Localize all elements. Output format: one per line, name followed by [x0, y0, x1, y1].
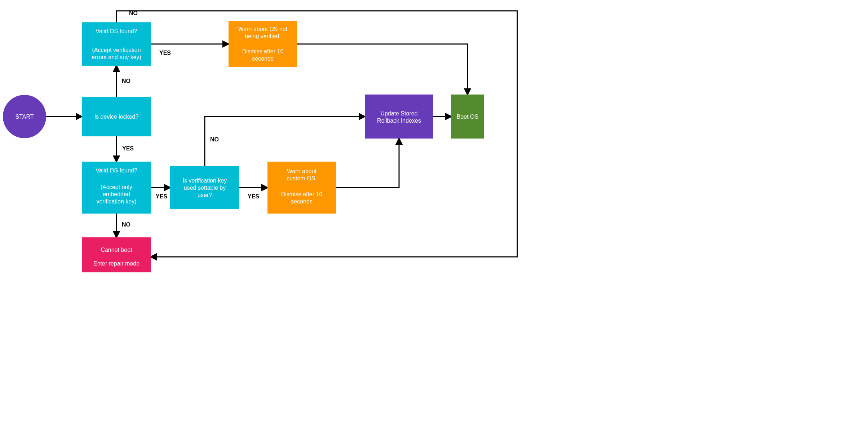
svg-text:Valid OS found?: Valid OS found? [96, 28, 137, 34]
svg-text:seconds: seconds [291, 198, 313, 205]
edge-label-unlocked-no: NO [129, 10, 138, 16]
svg-text:Warn about: Warn about [287, 168, 317, 174]
svg-text:user?: user? [198, 192, 212, 198]
edge-key-no [205, 117, 365, 166]
svg-text:errors and any key): errors and any key) [92, 54, 141, 60]
svg-text:Is device locked?: Is device locked? [94, 114, 139, 120]
edge-warn-unverified-to-boot [297, 44, 468, 95]
svg-text:Cannot boot: Cannot boot [101, 247, 132, 253]
edge-label-locked-os-yes: YES [156, 193, 167, 199]
node-valid-os-locked: Valid OS found? (Accept only embedded ve… [82, 162, 151, 214]
node-cannot-boot: Cannot boot Enter repair mode [82, 237, 151, 272]
edge-label-key-no: NO [210, 136, 219, 142]
node-valid-os-unlocked: Valid OS found? (Accept verification err… [82, 22, 151, 66]
node-warn-unverified: Warn about OS not being verified. Dismis… [229, 21, 297, 67]
svg-text:START: START [15, 114, 34, 120]
svg-text:Enter repair mode: Enter repair mode [93, 260, 140, 267]
flowchart: NO YES NO YES YES NO NO YES START Valid … [0, 0, 532, 272]
svg-text:used settable by: used settable by [184, 185, 226, 191]
svg-text:(Accept only: (Accept only [101, 184, 132, 190]
svg-text:Is verification key: Is verification key [183, 177, 227, 184]
svg-text:Boot OS: Boot OS [457, 114, 478, 120]
edge-warn-custom-to-rollback [336, 139, 399, 188]
svg-text:seconds: seconds [252, 56, 274, 62]
svg-text:embedded: embedded [103, 191, 130, 197]
node-boot-os: Boot OS [451, 95, 484, 139]
node-key-settable: Is verification key used settable by use… [170, 166, 239, 209]
svg-text:verification key): verification key) [96, 198, 136, 205]
svg-rect-13 [82, 237, 151, 272]
edge-label-key-yes: YES [248, 193, 259, 199]
node-update-rollback: Update Stored Rollback Indexes [365, 95, 433, 139]
node-device-locked: Is device locked? [82, 97, 151, 136]
svg-text:being verified.: being verified. [245, 33, 281, 39]
edge-label-unlocked-yes: YES [159, 50, 171, 56]
svg-text:Update Stored: Update Stored [380, 110, 417, 117]
edge-label-locked-yes: YES [122, 145, 134, 152]
svg-text:Warn about OS not: Warn about OS not [238, 26, 288, 32]
edge-label-locked-no: NO [122, 78, 130, 84]
svg-text:(Accept verification: (Accept verification [92, 47, 141, 53]
svg-text:custom OS.: custom OS. [287, 175, 317, 181]
svg-text:Rollback Indexes: Rollback Indexes [377, 118, 421, 124]
edge-label-locked-os-no: NO [122, 222, 130, 228]
svg-text:Dismiss after 10: Dismiss after 10 [242, 48, 284, 54]
svg-text:Valid OS found?: Valid OS found? [96, 167, 137, 174]
node-start: START [3, 95, 46, 138]
svg-text:Dismiss after 10: Dismiss after 10 [281, 191, 323, 197]
node-warn-custom: Warn about custom OS. Dismiss after 10 s… [267, 162, 336, 214]
